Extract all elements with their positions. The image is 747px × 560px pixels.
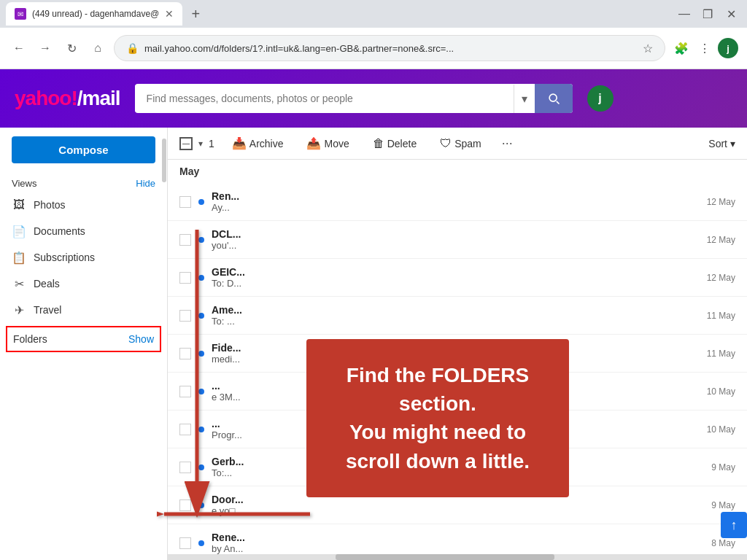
email-subject: Ay... xyxy=(212,202,700,213)
forward-button[interactable]: → xyxy=(35,38,55,58)
horizontal-scrollbar[interactable] xyxy=(168,554,747,560)
email-toolbar: ▾ 1 📥 Archive 📤 Move 🗑 Delete 🛡 Sp xyxy=(168,128,747,160)
month-header: May xyxy=(168,160,747,183)
sidebar-item-travel-label: Travel xyxy=(34,304,61,316)
documents-icon: 📄 xyxy=(12,224,26,238)
compose-button[interactable]: Compose xyxy=(12,136,155,163)
folders-label: Folders xyxy=(13,333,47,345)
select-all-checkbox[interactable] xyxy=(179,137,193,150)
extensions-icon[interactable]: 🧩 xyxy=(671,38,692,58)
new-tab-button[interactable]: + xyxy=(185,4,206,24)
tab-favicon xyxy=(15,8,26,20)
photos-icon: 🖼 xyxy=(12,198,26,212)
email-sender: Ren... xyxy=(212,190,700,202)
address-bar[interactable]: 🔒 mail.yahoo.com/d/folders/1?.intl=uk&.l… xyxy=(114,35,665,61)
menu-icon[interactable]: ⋮ xyxy=(694,38,715,58)
browser-controls: ← → ↻ ⌂ 🔒 mail.yahoo.com/d/folders/1?.in… xyxy=(0,28,747,69)
toolbar-left: ▾ 1 xyxy=(179,137,214,150)
archive-button[interactable]: 📥 Archive xyxy=(226,133,290,153)
email-date: 12 May xyxy=(707,273,735,283)
subscriptions-icon: 📋 xyxy=(12,250,26,265)
sidebar: Compose Views Hide 🖼 Photos 📄 Documents … xyxy=(0,128,168,560)
email-subject: To: D... xyxy=(212,278,700,289)
sort-button[interactable]: Sort ▾ xyxy=(708,138,735,149)
delete-button[interactable]: 🗑 Delete xyxy=(367,134,422,153)
sidebar-item-deals[interactable]: ✂ Deals xyxy=(0,271,167,297)
travel-icon: ✈ xyxy=(12,303,26,317)
minimize-button[interactable]: — xyxy=(674,4,694,24)
email-date: 11 May xyxy=(707,349,735,359)
user-avatar[interactable]: j xyxy=(718,38,738,58)
maximize-button[interactable]: ❐ xyxy=(697,4,718,24)
scroll-up-icon: ↑ xyxy=(731,518,738,533)
select-dropdown-arrow[interactable]: ▾ xyxy=(198,139,203,149)
tab-title: (449 unread) - dagenhamdave@ xyxy=(32,9,159,19)
spam-button[interactable]: 🛡 Spam xyxy=(434,134,487,153)
spam-icon: 🛡 xyxy=(440,137,452,150)
refresh-button[interactable]: ↻ xyxy=(61,38,82,58)
move-icon: 📤 xyxy=(306,136,321,150)
home-button[interactable]: ⌂ xyxy=(88,38,108,58)
folders-show-button[interactable]: Show xyxy=(128,333,154,345)
sidebar-item-photos[interactable]: 🖼 Photos xyxy=(0,192,167,218)
views-label: Views xyxy=(12,178,36,189)
browser-chrome: (449 unread) - dagenhamdave@ ✕ + — ❐ ✕ ←… xyxy=(0,0,747,69)
lock-icon: 🔒 xyxy=(126,42,139,54)
sidebar-item-documents-label: Documents xyxy=(34,225,85,237)
folders-section: Folders Show xyxy=(6,326,161,352)
tab-bar: (449 unread) - dagenhamdave@ ✕ + — ❐ ✕ xyxy=(0,0,747,28)
sidebar-item-travel[interactable]: ✈ Travel xyxy=(0,297,167,323)
tab-close-button[interactable]: ✕ xyxy=(165,8,174,20)
views-hide-button[interactable]: Hide xyxy=(136,178,155,189)
table-row[interactable]: GEIC... To: D... 12 May xyxy=(168,259,747,297)
more-button[interactable]: ··· xyxy=(502,136,513,151)
search-bar[interactable]: ▾ xyxy=(135,84,573,113)
instruction-overlay: Find the FOLDERS section.You might need … xyxy=(306,339,569,497)
move-button[interactable]: 📤 Move xyxy=(301,133,355,153)
back-button[interactable]: ← xyxy=(9,38,29,58)
email-date: 12 May xyxy=(707,235,735,245)
horizontal-scrollbar-thumb[interactable] xyxy=(336,554,554,560)
email-date: 10 May xyxy=(707,386,735,397)
email-subject: To: ... xyxy=(212,316,700,327)
archive-icon: 📥 xyxy=(232,136,247,150)
profile-button[interactable]: j xyxy=(587,85,614,112)
sidebar-item-subscriptions[interactable]: 📋 Subscriptions xyxy=(0,244,167,271)
email-content: Ren... Ay... xyxy=(212,190,700,213)
instruction-text: Find the FOLDERS section.You might need … xyxy=(346,364,530,472)
email-sender: Ame... xyxy=(212,304,700,316)
table-row[interactable]: DCL... you'... 12 May xyxy=(168,221,747,259)
email-date: 9 May xyxy=(711,462,735,472)
email-date: 8 May xyxy=(711,538,735,548)
email-sender: GEIC... xyxy=(212,266,700,278)
close-window-button[interactable]: ✕ xyxy=(721,4,741,24)
sidebar-item-subscriptions-label: Subscriptions xyxy=(34,252,95,263)
email-date: 12 May xyxy=(707,197,735,207)
search-dropdown-icon[interactable]: ▾ xyxy=(514,85,535,113)
table-row[interactable]: Ren... Ay... 12 May xyxy=(168,183,747,221)
instruction-arrow-left xyxy=(157,485,317,543)
email-subject: by An... xyxy=(212,543,704,554)
email-sender: DCL... xyxy=(212,228,700,240)
email-checkbox[interactable] xyxy=(179,196,191,208)
main-content: Compose Views Hide 🖼 Photos 📄 Documents … xyxy=(0,128,747,560)
scroll-up-button[interactable]: ↑ xyxy=(721,512,747,538)
address-text: mail.yahoo.com/d/folders/1?.intl=uk&.lan… xyxy=(144,43,637,54)
email-content: GEIC... To: D... xyxy=(212,266,700,289)
selected-count: 1 xyxy=(209,138,214,149)
sidebar-scrollbar-thumb[interactable] xyxy=(162,139,166,182)
email-content: DCL... you'... xyxy=(212,228,700,251)
search-input[interactable] xyxy=(135,85,514,112)
active-tab[interactable]: (449 unread) - dagenhamdave@ ✕ xyxy=(6,2,182,26)
yahoo-header: yahoo!/mail ▾ j xyxy=(0,69,747,128)
sidebar-item-photos-label: Photos xyxy=(34,199,66,211)
delete-icon: 🗑 xyxy=(373,137,384,150)
email-date: 10 May xyxy=(707,424,735,435)
yahoo-logo: yahoo!/mail xyxy=(15,87,120,110)
search-button[interactable] xyxy=(535,84,573,113)
table-row[interactable]: Ame... To: ... 11 May xyxy=(168,297,747,335)
sidebar-item-deals-label: Deals xyxy=(34,278,60,289)
bookmark-icon[interactable]: ☆ xyxy=(643,42,653,55)
sidebar-item-documents[interactable]: 📄 Documents xyxy=(0,218,167,244)
unread-indicator xyxy=(198,199,204,205)
